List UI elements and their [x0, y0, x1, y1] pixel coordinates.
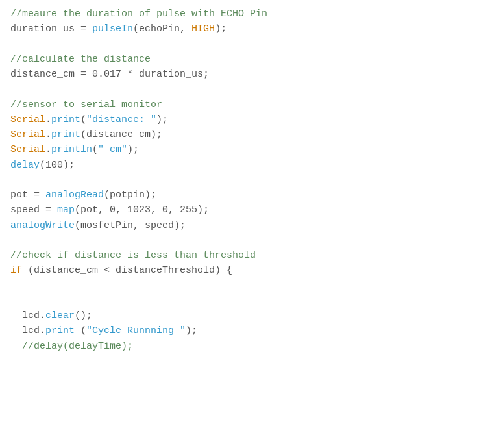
code-token: ); — [151, 129, 162, 140]
code-token: if — [10, 265, 22, 276]
code-token: lcd — [10, 325, 40, 336]
code-line: lcd.clear(); — [10, 308, 480, 323]
code-token: (); — [75, 310, 92, 321]
code-block: //meaure the duration of pulse with ECHO… — [0, 0, 490, 448]
code-token: println — [51, 144, 92, 155]
code-token: //delay(delayTime); — [10, 341, 133, 352]
code-token: speed — [10, 205, 40, 216]
code-token: analogRead — [45, 190, 104, 201]
code-token: ( — [104, 190, 110, 201]
code-token: duration_us — [139, 69, 203, 80]
code-line — [10, 173, 480, 188]
code-line: Serial.println(" cm"); — [10, 142, 480, 157]
code-token: = — [75, 69, 92, 80]
code-line: Serial.print("distance: "); — [10, 112, 480, 127]
code-token: = — [28, 190, 45, 201]
code-token: , — [180, 23, 191, 34]
code-token: ) { — [215, 265, 232, 276]
code-token: . — [40, 325, 45, 336]
code-token: mosfetPin, speed — [80, 220, 174, 231]
code-token: ( — [133, 23, 139, 34]
code-token: = — [75, 23, 92, 34]
code-token: duration_us — [10, 23, 75, 34]
code-line: speed = map(pot, 0, 1023, 0, 255); — [10, 203, 480, 218]
code-token: distance_cm — [10, 69, 75, 80]
code-line: pot = analogRead(potpin); — [10, 188, 480, 203]
code-line: //delay(delayTime); — [10, 339, 480, 354]
code-token: "Cycle Runnning " — [86, 325, 186, 336]
code-line: //calculate the distance — [10, 52, 480, 67]
code-token: //meaure the duration of pulse with ECHO… — [10, 8, 267, 19]
code-token: . — [45, 129, 51, 140]
code-token: distance_cm — [86, 129, 151, 140]
code-token: //calculate the distance — [10, 54, 151, 65]
code-token: ( — [22, 265, 34, 276]
code-token: ); — [127, 144, 139, 155]
code-line — [10, 37, 480, 52]
code-token: ( — [75, 205, 80, 216]
code-line: Serial.print(distance_cm); — [10, 127, 480, 142]
code-token: ); — [197, 205, 209, 216]
code-token: HIGH — [191, 23, 215, 34]
code-line: distance_cm = 0.017 * duration_us; — [10, 67, 480, 82]
code-token: . — [45, 144, 51, 155]
code-token: ( — [80, 114, 86, 125]
code-token: ( — [92, 144, 98, 155]
code-line: //meaure the duration of pulse with ECHO… — [10, 6, 480, 21]
code-token: pot — [10, 190, 28, 201]
code-token: * — [121, 69, 139, 80]
code-token: potpin — [110, 190, 145, 201]
code-line — [10, 233, 480, 248]
code-token: ); — [63, 160, 75, 171]
code-line: //sensor to serial monitor — [10, 97, 480, 112]
code-token: . — [45, 114, 51, 125]
code-token: Serial — [10, 114, 45, 125]
code-token: distanceThreshold — [116, 265, 215, 276]
code-token: ); — [215, 23, 227, 34]
code-token: ; — [203, 69, 209, 80]
code-line: delay(100); — [10, 158, 480, 173]
code-token: ); — [186, 325, 197, 336]
code-token: "distance: " — [86, 114, 156, 125]
code-token: < — [98, 265, 116, 276]
code-line — [10, 293, 480, 308]
code-token: clear — [45, 310, 75, 321]
code-token: ( — [80, 129, 86, 140]
code-line: lcd.print ("Cycle Runnning "); — [10, 323, 480, 338]
code-token: lcd — [10, 310, 40, 321]
code-token: ( — [75, 325, 86, 336]
code-token: print — [45, 325, 75, 336]
code-token: 0.017 — [92, 69, 121, 80]
code-token: print — [51, 114, 80, 125]
code-token: Serial — [10, 129, 45, 140]
code-token: = — [40, 205, 57, 216]
code-line: analogWrite(mosfetPin, speed); — [10, 218, 480, 233]
code-token: ); — [156, 114, 168, 125]
code-token: pulseIn — [92, 23, 133, 34]
code-token: ( — [40, 160, 45, 171]
code-token: ( — [75, 220, 80, 231]
code-token: . — [40, 310, 45, 321]
code-token: ); — [174, 220, 186, 231]
code-token: ); — [145, 190, 156, 201]
code-token: distance_cm — [34, 265, 98, 276]
code-token: print — [51, 129, 80, 140]
code-token: 100 — [45, 160, 63, 171]
code-token: map — [57, 205, 75, 216]
code-token: analogWrite — [10, 220, 75, 231]
code-line — [10, 82, 480, 97]
code-line: duration_us = pulseIn(echoPin, HIGH); — [10, 21, 480, 36]
code-token: echoPin — [139, 23, 180, 34]
code-token: Serial — [10, 144, 45, 155]
code-token: pot, 0, 1023, 0, 255 — [80, 205, 197, 216]
code-line — [10, 279, 480, 293]
code-line: if (distance_cm < distanceThreshold) { — [10, 263, 480, 278]
code-token: //check if distance is less than thresho… — [10, 250, 256, 261]
code-token: delay — [10, 160, 40, 171]
code-line: //check if distance is less than thresho… — [10, 248, 480, 263]
code-token: " cm" — [98, 144, 127, 155]
code-token: //sensor to serial monitor — [10, 99, 162, 110]
